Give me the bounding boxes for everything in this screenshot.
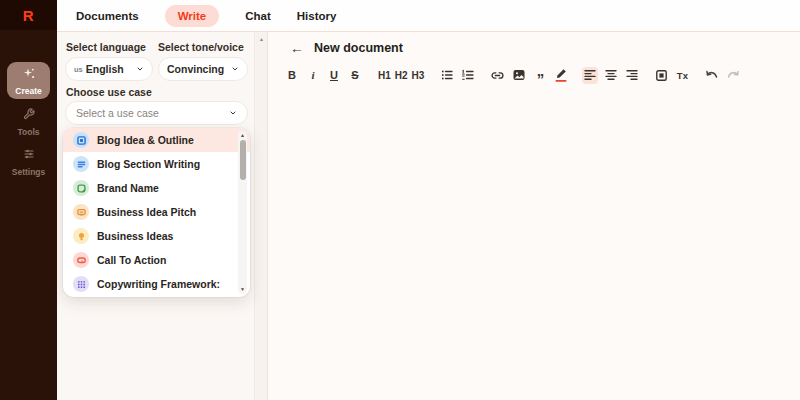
dropdown-scrollbar[interactable]: ▲ ▼ <box>238 131 247 294</box>
chevron-down-icon <box>136 65 144 73</box>
underline-button[interactable]: U <box>326 67 342 84</box>
brand-name-icon <box>73 180 89 196</box>
list-item-business-idea-pitch[interactable]: Business Idea Pitch <box>63 200 250 224</box>
back-arrow-icon[interactable]: ← <box>290 41 304 55</box>
align-left-icon[interactable] <box>582 67 598 84</box>
bold-button[interactable]: B <box>284 67 300 84</box>
us-flag-icon: us <box>74 65 83 74</box>
sidebar-item-create[interactable]: Create <box>7 62 50 99</box>
blog-section-icon <box>73 156 89 172</box>
code-block-icon[interactable] <box>653 67 669 84</box>
use-case-dropdown: Blog Idea & Outline Blog Section Writing… <box>63 128 250 297</box>
blog-idea-icon <box>73 132 89 148</box>
sliders-icon <box>23 146 35 164</box>
call-to-action-icon <box>73 252 89 268</box>
editor-area[interactable]: ← New document B i U S H1 H2 H3 ” <box>268 32 800 400</box>
list-item-blog-idea-outline[interactable]: Blog Idea & Outline <box>63 128 250 152</box>
panel-scrollbar[interactable]: ▲ <box>254 32 267 400</box>
tab-write[interactable]: Write <box>165 5 220 27</box>
highlight-pen-icon[interactable] <box>553 67 569 84</box>
clear-format-button[interactable]: Tx <box>674 67 690 84</box>
align-center-icon[interactable] <box>603 67 619 84</box>
redo-icon[interactable] <box>725 67 742 84</box>
list-item-call-to-action[interactable]: Call To Action <box>63 248 250 272</box>
bullet-list-icon[interactable] <box>439 67 455 84</box>
sidebar-item-label: Settings <box>12 167 46 177</box>
tab-history[interactable]: History <box>297 10 337 22</box>
business-ideas-icon <box>73 228 89 244</box>
list-item-brand-name[interactable]: Brand Name <box>63 176 250 200</box>
chevron-down-icon <box>229 109 237 117</box>
tone-label: Select tone/voice <box>158 41 244 53</box>
strikethrough-button[interactable]: S <box>347 67 363 84</box>
italic-button[interactable]: i <box>305 67 321 84</box>
document-canvas[interactable] <box>268 92 800 400</box>
app-logo[interactable]: R <box>0 0 57 30</box>
heading3-button[interactable]: H3 <box>410 67 427 84</box>
document-title[interactable]: New document <box>314 41 403 55</box>
image-icon[interactable] <box>511 67 527 84</box>
scroll-down-icon[interactable]: ▼ <box>238 286 247 293</box>
chevron-down-icon <box>231 65 239 73</box>
tab-documents[interactable]: Documents <box>76 10 139 22</box>
top-nav: Documents Write Chat History <box>57 0 800 31</box>
use-case-placeholder: Select a use case <box>76 107 159 119</box>
sidebar-item-label: Tools <box>17 127 39 137</box>
document-header: ← New document <box>290 41 403 55</box>
scroll-up-icon[interactable]: ▲ <box>238 132 247 139</box>
sidebar-item-label: Create <box>15 86 41 96</box>
copywriting-framework-icon <box>73 276 89 292</box>
tone-select[interactable]: Convincing <box>158 57 248 81</box>
list-item-business-ideas[interactable]: Business Ideas <box>63 224 250 248</box>
scroll-up-icon[interactable]: ▲ <box>255 36 268 42</box>
align-right-icon[interactable] <box>624 67 640 84</box>
use-case-select[interactable]: Select a use case <box>65 101 248 125</box>
app-sidebar: R Create Tools Settings <box>0 0 57 400</box>
dropdown-scroll-thumb[interactable] <box>240 140 246 180</box>
language-select[interactable]: us English <box>65 57 153 81</box>
tab-chat[interactable]: Chat <box>245 10 271 22</box>
heading2-button[interactable]: H2 <box>393 67 410 84</box>
heading1-button[interactable]: H1 <box>376 67 393 84</box>
link-icon[interactable] <box>489 67 506 84</box>
logo-letter: R <box>23 7 34 24</box>
editor-toolbar: B i U S H1 H2 H3 ” <box>284 66 742 84</box>
wrench-icon <box>23 106 35 124</box>
sidebar-item-tools[interactable]: Tools <box>0 106 57 137</box>
list-item-blog-section-writing[interactable]: Blog Section Writing <box>63 152 250 176</box>
language-value: English <box>86 63 124 75</box>
sparkles-icon <box>22 66 35 84</box>
use-case-label: Choose use case <box>66 86 152 98</box>
tone-value: Convincing <box>167 63 224 75</box>
undo-icon[interactable] <box>703 67 720 84</box>
compose-panel: Select language Select tone/voice us Eng… <box>57 32 254 400</box>
ordered-list-icon[interactable] <box>460 67 476 84</box>
language-label: Select language <box>66 41 146 53</box>
sidebar-item-settings[interactable]: Settings <box>0 146 57 177</box>
business-pitch-icon <box>73 204 89 220</box>
list-item-copywriting-framework[interactable]: Copywriting Framework: <box>63 272 250 296</box>
blockquote-icon[interactable]: ” <box>532 67 548 84</box>
